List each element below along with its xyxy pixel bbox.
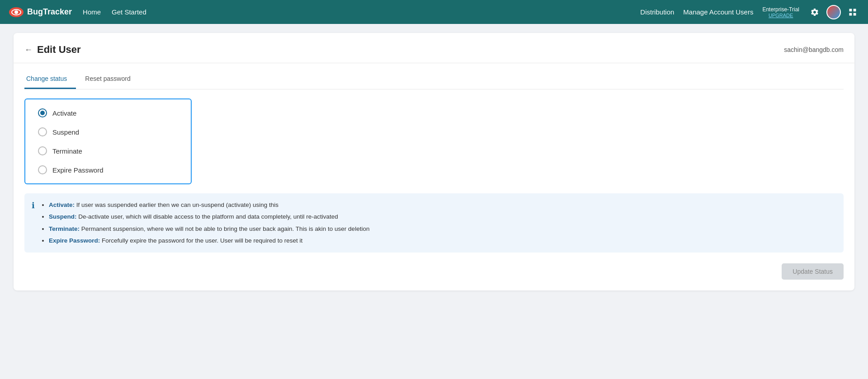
info-terminate-term: Terminate: xyxy=(49,225,80,232)
header-divider xyxy=(14,63,854,63)
footer-actions: Update Status xyxy=(24,263,844,280)
logo-icon xyxy=(9,7,24,17)
enterprise-badge: Enterprise-Trial UPGRADE xyxy=(762,6,799,18)
option-suspend[interactable]: Suspend xyxy=(38,127,178,136)
info-suspend-desc: De-activate user, which will disable acc… xyxy=(78,213,338,220)
radio-activate[interactable] xyxy=(38,108,47,117)
logo[interactable]: BugTracker xyxy=(9,7,72,17)
main-card: ← Edit User sachin@bangdb.com Change sta… xyxy=(14,33,854,290)
logo-text: BugTracker xyxy=(27,7,72,17)
radio-expire-password[interactable] xyxy=(38,165,47,174)
nav-manage-account-users[interactable]: Manage Account Users xyxy=(683,8,753,16)
info-activate: Activate: If user was suspended earlier … xyxy=(49,201,835,210)
navbar: BugTracker Home Get Started Distribution… xyxy=(0,0,868,24)
option-expire-password[interactable]: Expire Password xyxy=(38,165,178,174)
grid-icon[interactable] xyxy=(846,6,859,19)
option-activate[interactable]: Activate xyxy=(38,108,178,117)
back-button[interactable]: ← xyxy=(24,45,33,55)
status-options-card: Activate Suspend Terminate Expire Passwo… xyxy=(24,98,192,184)
nav-home[interactable]: Home xyxy=(83,8,101,16)
label-expire-password: Expire Password xyxy=(52,166,104,174)
nav-distribution[interactable]: Distribution xyxy=(640,8,674,16)
label-suspend: Suspend xyxy=(52,128,79,136)
tabs-container: Change status Reset password xyxy=(24,70,844,89)
user-email-display: sachin@bangdb.com xyxy=(784,46,844,53)
svg-point-1 xyxy=(14,10,18,14)
info-expire-desc: Forcefully expire the password for the u… xyxy=(102,237,302,244)
info-expire: Expire Password: Forcefully expire the p… xyxy=(49,236,835,245)
settings-icon[interactable] xyxy=(808,6,821,19)
page-header: ← Edit User sachin@bangdb.com xyxy=(24,44,844,56)
info-terminate: Terminate: Permanent suspension, where w… xyxy=(49,225,835,234)
tab-change-status[interactable]: Change status xyxy=(24,70,76,89)
navbar-left: BugTracker Home Get Started xyxy=(9,7,146,17)
nav-get-started[interactable]: Get Started xyxy=(112,8,146,16)
info-activate-desc: If user was suspended earlier then we ca… xyxy=(76,201,278,208)
label-terminate: Terminate xyxy=(52,147,82,155)
main-content: ← Edit User sachin@bangdb.com Change sta… xyxy=(0,24,868,299)
info-suspend: Suspend: De-activate user, which will di… xyxy=(49,212,835,221)
page-header-left: ← Edit User xyxy=(24,44,81,56)
info-icon: ℹ xyxy=(32,201,35,211)
info-list: Activate: If user was suspended earlier … xyxy=(47,201,835,245)
tab-reset-password[interactable]: Reset password xyxy=(83,70,139,89)
nav-icons xyxy=(808,5,859,19)
label-activate: Activate xyxy=(52,109,76,117)
option-terminate[interactable]: Terminate xyxy=(38,146,178,155)
page-title: Edit User xyxy=(37,44,81,56)
info-terminate-desc: Permanent suspension, where we will not … xyxy=(81,225,370,232)
info-activate-term: Activate: xyxy=(49,201,75,208)
update-status-button[interactable]: Update Status xyxy=(782,263,844,280)
info-expire-term: Expire Password: xyxy=(49,237,100,244)
avatar-icon[interactable] xyxy=(826,5,841,19)
radio-suspend[interactable] xyxy=(38,127,47,136)
info-box: ℹ Activate: If user was suspended earlie… xyxy=(24,193,844,253)
upgrade-link[interactable]: UPGRADE xyxy=(769,13,793,18)
radio-terminate[interactable] xyxy=(38,146,47,155)
enterprise-label: Enterprise-Trial xyxy=(762,6,799,13)
info-suspend-term: Suspend: xyxy=(49,213,77,220)
navbar-right: Distribution Manage Account Users Enterp… xyxy=(640,5,859,19)
